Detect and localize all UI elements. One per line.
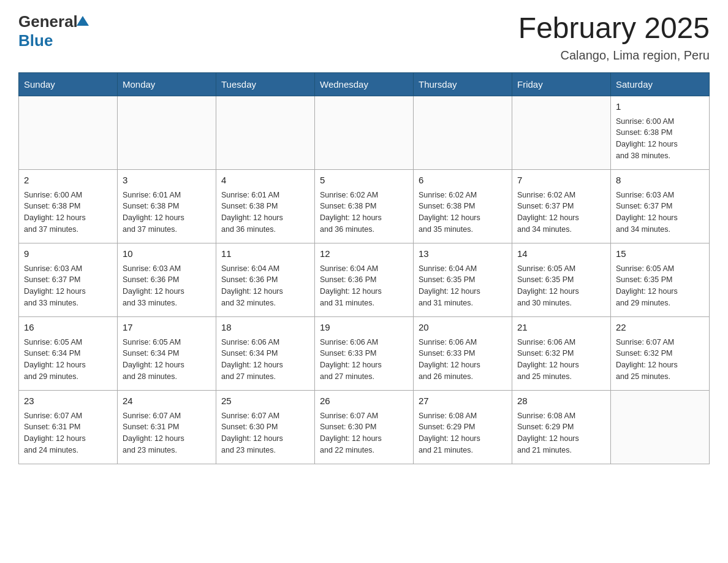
logo-blue-text: Blue: [18, 31, 89, 50]
calendar-cell: 15Sunrise: 6:05 AMSunset: 6:35 PMDayligh…: [611, 243, 710, 316]
day-number: 16: [24, 321, 112, 334]
calendar-cell: 20Sunrise: 6:06 AMSunset: 6:33 PMDayligh…: [414, 316, 512, 390]
calendar-cell: 1Sunrise: 6:00 AMSunset: 6:38 PMDaylight…: [611, 96, 710, 169]
day-number: 13: [419, 247, 507, 261]
day-number: 11: [221, 247, 309, 261]
day-info: Sunrise: 6:07 AMSunset: 6:31 PMDaylight:…: [24, 410, 112, 456]
calendar-cell: 4Sunrise: 6:01 AMSunset: 6:38 PMDaylight…: [216, 169, 315, 243]
day-info: Sunrise: 6:05 AMSunset: 6:34 PMDaylight:…: [24, 337, 112, 383]
weekday-header-friday: Friday: [512, 72, 611, 96]
calendar-cell: 2Sunrise: 6:00 AMSunset: 6:38 PMDaylight…: [19, 169, 118, 243]
day-number: 2: [24, 174, 112, 187]
day-number: 25: [221, 394, 309, 408]
day-number: 26: [320, 394, 408, 408]
calendar-cell: 16Sunrise: 6:05 AMSunset: 6:34 PMDayligh…: [19, 316, 118, 390]
month-year-title: February 2025: [518, 12, 710, 45]
day-info: Sunrise: 6:06 AMSunset: 6:32 PMDaylight:…: [517, 337, 605, 383]
day-info: Sunrise: 6:00 AMSunset: 6:38 PMDaylight:…: [24, 190, 112, 236]
day-number: 28: [517, 394, 605, 408]
day-info: Sunrise: 6:00 AMSunset: 6:38 PMDaylight:…: [616, 116, 704, 162]
title-area: February 2025 Calango, Lima region, Peru: [518, 12, 710, 63]
calendar-cell: 10Sunrise: 6:03 AMSunset: 6:36 PMDayligh…: [118, 243, 216, 316]
day-number: 22: [616, 321, 704, 334]
day-number: 10: [123, 247, 211, 261]
day-info: Sunrise: 6:06 AMSunset: 6:34 PMDaylight:…: [221, 337, 309, 383]
weekday-header-row: SundayMondayTuesdayWednesdayThursdayFrid…: [19, 72, 710, 96]
calendar-cell: 3Sunrise: 6:01 AMSunset: 6:38 PMDaylight…: [118, 169, 216, 243]
calendar-cell: [414, 96, 512, 169]
day-number: 6: [419, 174, 507, 187]
day-info: Sunrise: 6:01 AMSunset: 6:38 PMDaylight:…: [221, 190, 309, 236]
day-number: 4: [221, 174, 309, 187]
logo-triangle-icon: [77, 16, 89, 26]
logo: General Blue: [18, 12, 89, 50]
weekday-header-tuesday: Tuesday: [216, 72, 315, 96]
day-number: 20: [419, 321, 507, 334]
day-info: Sunrise: 6:07 AMSunset: 6:30 PMDaylight:…: [320, 410, 408, 456]
day-info: Sunrise: 6:04 AMSunset: 6:36 PMDaylight:…: [320, 263, 408, 309]
day-number: 21: [517, 321, 605, 334]
day-number: 17: [123, 321, 211, 334]
calendar-week-row: 23Sunrise: 6:07 AMSunset: 6:31 PMDayligh…: [19, 390, 710, 464]
day-info: Sunrise: 6:04 AMSunset: 6:36 PMDaylight:…: [221, 263, 309, 309]
day-number: 3: [123, 174, 211, 187]
weekday-header-wednesday: Wednesday: [315, 72, 414, 96]
day-info: Sunrise: 6:03 AMSunset: 6:36 PMDaylight:…: [123, 263, 211, 309]
calendar-cell: 24Sunrise: 6:07 AMSunset: 6:31 PMDayligh…: [118, 390, 216, 464]
day-number: 15: [616, 247, 704, 261]
day-number: 14: [517, 247, 605, 261]
day-number: 1: [616, 100, 704, 113]
day-info: Sunrise: 6:01 AMSunset: 6:38 PMDaylight:…: [123, 190, 211, 236]
day-info: Sunrise: 6:06 AMSunset: 6:33 PMDaylight:…: [320, 337, 408, 383]
calendar-cell: 8Sunrise: 6:03 AMSunset: 6:37 PMDaylight…: [611, 169, 710, 243]
calendar-cell: 12Sunrise: 6:04 AMSunset: 6:36 PMDayligh…: [315, 243, 414, 316]
day-info: Sunrise: 6:06 AMSunset: 6:33 PMDaylight:…: [419, 337, 507, 383]
day-number: 7: [517, 174, 605, 187]
calendar-cell: 11Sunrise: 6:04 AMSunset: 6:36 PMDayligh…: [216, 243, 315, 316]
calendar-week-row: 2Sunrise: 6:00 AMSunset: 6:38 PMDaylight…: [19, 169, 710, 243]
day-info: Sunrise: 6:02 AMSunset: 6:38 PMDaylight:…: [320, 190, 408, 236]
calendar-cell: 21Sunrise: 6:06 AMSunset: 6:32 PMDayligh…: [512, 316, 611, 390]
calendar-cell: [512, 96, 611, 169]
calendar-cell: 22Sunrise: 6:07 AMSunset: 6:32 PMDayligh…: [611, 316, 710, 390]
calendar-cell: 9Sunrise: 6:03 AMSunset: 6:37 PMDaylight…: [19, 243, 118, 316]
calendar-cell: [19, 96, 118, 169]
day-info: Sunrise: 6:08 AMSunset: 6:29 PMDaylight:…: [517, 410, 605, 456]
calendar-table: SundayMondayTuesdayWednesdayThursdayFrid…: [18, 72, 710, 464]
day-info: Sunrise: 6:02 AMSunset: 6:37 PMDaylight:…: [517, 190, 605, 236]
calendar-cell: 14Sunrise: 6:05 AMSunset: 6:35 PMDayligh…: [512, 243, 611, 316]
day-info: Sunrise: 6:08 AMSunset: 6:29 PMDaylight:…: [419, 410, 507, 456]
calendar-week-row: 1Sunrise: 6:00 AMSunset: 6:38 PMDaylight…: [19, 96, 710, 169]
day-info: Sunrise: 6:04 AMSunset: 6:35 PMDaylight:…: [419, 263, 507, 309]
calendar-cell: [118, 96, 216, 169]
page-header: General Blue February 2025 Calango, Lima…: [18, 12, 710, 63]
day-number: 19: [320, 321, 408, 334]
day-number: 5: [320, 174, 408, 187]
calendar-cell: 19Sunrise: 6:06 AMSunset: 6:33 PMDayligh…: [315, 316, 414, 390]
calendar-cell: 5Sunrise: 6:02 AMSunset: 6:38 PMDaylight…: [315, 169, 414, 243]
calendar-cell: 27Sunrise: 6:08 AMSunset: 6:29 PMDayligh…: [414, 390, 512, 464]
weekday-header-thursday: Thursday: [414, 72, 512, 96]
day-info: Sunrise: 6:07 AMSunset: 6:30 PMDaylight:…: [221, 410, 309, 456]
day-info: Sunrise: 6:05 AMSunset: 6:35 PMDaylight:…: [616, 263, 704, 309]
calendar-cell: 26Sunrise: 6:07 AMSunset: 6:30 PMDayligh…: [315, 390, 414, 464]
calendar-cell: [315, 96, 414, 169]
day-info: Sunrise: 6:02 AMSunset: 6:38 PMDaylight:…: [419, 190, 507, 236]
day-number: 18: [221, 321, 309, 334]
calendar-week-row: 9Sunrise: 6:03 AMSunset: 6:37 PMDaylight…: [19, 243, 710, 316]
day-number: 23: [24, 394, 112, 408]
calendar-cell: 13Sunrise: 6:04 AMSunset: 6:35 PMDayligh…: [414, 243, 512, 316]
location-subtitle: Calango, Lima region, Peru: [518, 48, 710, 63]
logo-general-text: General: [18, 12, 78, 31]
day-info: Sunrise: 6:05 AMSunset: 6:35 PMDaylight:…: [517, 263, 605, 309]
calendar-cell: [611, 390, 710, 464]
calendar-cell: 6Sunrise: 6:02 AMSunset: 6:38 PMDaylight…: [414, 169, 512, 243]
calendar-week-row: 16Sunrise: 6:05 AMSunset: 6:34 PMDayligh…: [19, 316, 710, 390]
calendar-cell: 17Sunrise: 6:05 AMSunset: 6:34 PMDayligh…: [118, 316, 216, 390]
day-number: 12: [320, 247, 408, 261]
day-info: Sunrise: 6:07 AMSunset: 6:32 PMDaylight:…: [616, 337, 704, 383]
day-info: Sunrise: 6:03 AMSunset: 6:37 PMDaylight:…: [24, 263, 112, 309]
day-number: 24: [123, 394, 211, 408]
day-number: 9: [24, 247, 112, 261]
day-info: Sunrise: 6:05 AMSunset: 6:34 PMDaylight:…: [123, 337, 211, 383]
